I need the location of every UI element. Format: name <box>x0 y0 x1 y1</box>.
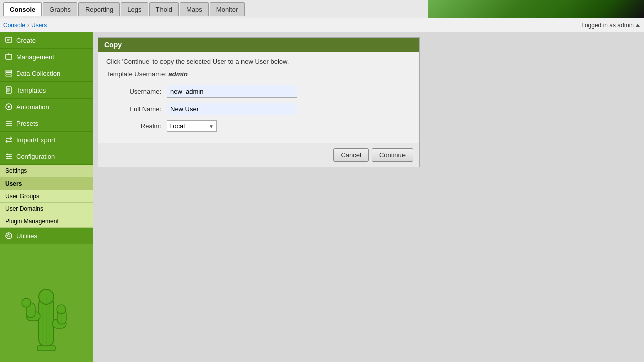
sidebar-templates-label: Templates <box>16 86 46 94</box>
automation-icon <box>4 102 13 111</box>
sidebar-automation-label: Automation <box>16 103 49 111</box>
sidebar-sub-user-groups[interactable]: User Groups <box>0 190 93 203</box>
top-nav: Console Graphs Reporting Logs Thold Maps… <box>0 0 644 18</box>
breadcrumb-users[interactable]: Users <box>31 22 47 29</box>
username-input[interactable] <box>167 85 297 98</box>
templates-icon <box>4 85 13 95</box>
create-icon <box>4 36 13 45</box>
fullname-input[interactable] <box>167 103 297 115</box>
sidebar-item-management[interactable]: Management <box>0 49 93 65</box>
username-row: Username: <box>106 85 411 98</box>
tab-thold[interactable]: Thold <box>149 2 179 16</box>
sidebar-item-presets[interactable]: Presets <box>0 115 93 132</box>
fullname-label: Full Name: <box>106 105 167 113</box>
breadcrumb: Console › Users <box>3 22 47 29</box>
sidebar-item-create[interactable]: Create <box>0 32 93 49</box>
sidebar-item-data-collection[interactable]: Data Collection <box>0 65 93 82</box>
sidebar-item-utilities[interactable]: Utilities <box>0 228 93 244</box>
main-layout: Create Management Data Collection Templa… <box>0 32 644 362</box>
svg-rect-0 <box>6 37 12 42</box>
management-icon <box>4 52 13 61</box>
configuration-icon <box>4 152 13 161</box>
sidebar-sub-plugin-management[interactable]: Plugin Management <box>0 215 93 228</box>
sidebar-presets-label: Presets <box>16 120 38 127</box>
svg-rect-5 <box>6 70 12 72</box>
breadcrumb-sep: › <box>27 22 29 29</box>
header-logo <box>428 0 644 18</box>
realm-select-wrapper: Local LDAP Active Directory ▼ <box>167 120 217 132</box>
import-export-icon <box>4 135 13 144</box>
sidebar-import-export-label: Import/Export <box>16 136 55 144</box>
form-footer: Cancel Continue <box>98 143 419 167</box>
copy-form: Copy Click 'Continue' to copy the select… <box>98 37 420 167</box>
form-description: Click 'Continue' to copy the selected Us… <box>106 58 411 65</box>
sidebar-utilities-label: Utilities <box>16 232 37 240</box>
sidebar-create-label: Create <box>16 37 36 44</box>
form-title: Copy <box>98 38 419 52</box>
svg-point-23 <box>9 156 11 157</box>
tab-graphs[interactable]: Graphs <box>43 2 77 16</box>
form-body: Click 'Continue' to copy the selected Us… <box>98 52 419 143</box>
tab-monitor[interactable]: Monitor <box>210 2 245 16</box>
sidebar: Create Management Data Collection Templa… <box>0 32 93 362</box>
user-menu-arrow-icon <box>636 24 640 27</box>
tab-reporting[interactable]: Reporting <box>78 2 120 16</box>
sidebar-management-label: Management <box>16 53 54 61</box>
cancel-button[interactable]: Cancel <box>333 148 368 162</box>
realm-label: Realm: <box>106 122 167 130</box>
content-area: Copy Click 'Continue' to copy the select… <box>93 32 644 362</box>
svg-point-24 <box>7 158 9 159</box>
template-username-value: admin <box>169 70 188 78</box>
username-label: Username: <box>106 87 167 95</box>
template-username-label: Template Username: <box>106 70 167 78</box>
realm-row: Realm: Local LDAP Active Directory ▼ <box>106 120 411 132</box>
sidebar-sub-users[interactable]: Users <box>0 177 93 190</box>
continue-button[interactable]: Continue <box>372 148 413 162</box>
utilities-icon <box>4 231 13 240</box>
svg-point-22 <box>7 154 8 155</box>
cactus-area <box>0 244 93 362</box>
logged-in-bar: Console › Users Logged in as admin <box>0 18 644 32</box>
svg-point-13 <box>8 106 10 108</box>
sidebar-item-import-export[interactable]: Import/Export <box>0 132 93 148</box>
sidebar-configuration-label: Configuration <box>16 153 55 160</box>
fullname-row: Full Name: <box>106 103 411 115</box>
sidebar-item-templates[interactable]: Templates <box>0 82 93 99</box>
sidebar-data-collection-label: Data Collection <box>16 70 60 77</box>
sidebar-sub-settings[interactable]: Settings <box>0 165 93 177</box>
logged-in-label: Logged in as admin <box>581 22 640 29</box>
sidebar-sub-user-domains[interactable]: User Domains <box>0 203 93 215</box>
breadcrumb-console[interactable]: Console <box>3 22 25 29</box>
svg-rect-6 <box>6 73 12 74</box>
tab-console[interactable]: Console <box>3 2 42 16</box>
svg-rect-7 <box>6 75 12 76</box>
sidebar-item-configuration[interactable]: Configuration <box>0 148 93 165</box>
presets-icon <box>4 119 13 128</box>
tab-logs[interactable]: Logs <box>121 2 148 16</box>
data-collection-icon <box>4 69 13 78</box>
tab-maps[interactable]: Maps <box>180 2 209 16</box>
sidebar-item-automation[interactable]: Automation <box>0 99 93 115</box>
template-username-row: Template Username: admin <box>106 70 411 78</box>
svg-point-26 <box>8 235 10 237</box>
realm-select[interactable]: Local LDAP Active Directory <box>167 120 217 132</box>
